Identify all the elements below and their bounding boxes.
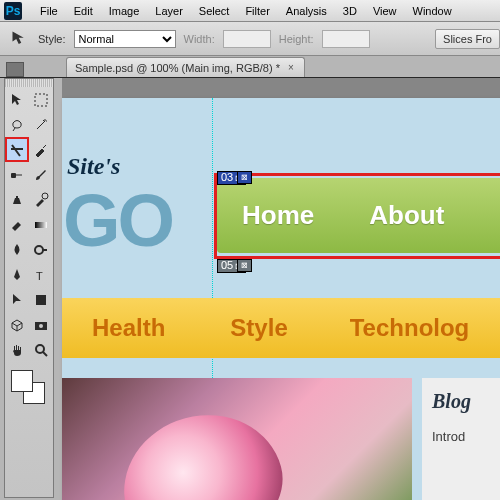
svg-point-8 (39, 324, 43, 328)
svg-rect-0 (35, 94, 47, 106)
crop-tool[interactable] (5, 137, 29, 162)
history-brush-tool[interactable] (29, 187, 53, 212)
slice-badge-05b[interactable]: ⊠ (237, 259, 252, 272)
menu-3d[interactable]: 3D (335, 0, 365, 22)
canvas-area[interactable]: Site's GO Home About 03 ⊠ ⊠ 05 ⊠ ⊠ Healt… (62, 78, 500, 500)
flower-icon (108, 398, 296, 500)
style-select[interactable]: Normal (74, 30, 176, 48)
cat-style: Style (230, 314, 287, 342)
svg-point-9 (36, 345, 44, 353)
sidebar-text: Introd (432, 429, 500, 444)
blur-tool[interactable] (5, 237, 29, 262)
sidebar-panel: Blog Introd (422, 378, 500, 500)
menu-file[interactable]: File (32, 0, 66, 22)
shape-tool[interactable] (29, 287, 53, 312)
width-label: Width: (184, 33, 215, 45)
document-tabs: Sample.psd @ 100% (Main img, RGB/8) * × (0, 56, 500, 78)
cat-technology: Technolog (350, 314, 470, 342)
svg-rect-6 (36, 295, 46, 305)
gradient-tool[interactable] (29, 212, 53, 237)
style-label: Style: (38, 33, 66, 45)
path-selection-tool[interactable] (5, 287, 29, 312)
category-bar: Health Style Technolog (62, 298, 500, 358)
close-icon[interactable]: × (286, 63, 296, 73)
height-input[interactable] (322, 30, 370, 48)
marquee-tool[interactable] (29, 87, 53, 112)
app-logo-icon: Ps (4, 2, 22, 20)
color-swatches[interactable] (9, 368, 49, 408)
dodge-tool[interactable] (29, 237, 53, 262)
svg-text:T: T (36, 270, 43, 282)
slice-select-tool-icon[interactable] (10, 29, 30, 49)
toolbox: T (4, 78, 54, 498)
3d-tool[interactable] (5, 312, 29, 337)
document-tab-title: Sample.psd @ 100% (Main img, RGB/8) * (75, 62, 280, 74)
hand-tool[interactable] (5, 337, 29, 362)
document-page[interactable]: Site's GO Home About 03 ⊠ ⊠ 05 ⊠ ⊠ Healt… (62, 98, 500, 500)
menu-image[interactable]: Image (101, 0, 148, 22)
document-tab[interactable]: Sample.psd @ 100% (Main img, RGB/8) * × (66, 57, 305, 77)
healing-brush-tool[interactable] (5, 162, 29, 187)
clone-stamp-tool[interactable] (5, 187, 29, 212)
menu-layer[interactable]: Layer (147, 0, 191, 22)
camera-tool[interactable] (29, 312, 53, 337)
toolbox-collapse-icon[interactable] (6, 62, 24, 77)
cat-health: Health (92, 314, 165, 342)
lasso-tool[interactable] (5, 112, 29, 137)
move-tool[interactable] (5, 87, 29, 112)
svg-point-4 (35, 246, 43, 254)
options-bar: Style: Normal Width: Height: Slices Fro (0, 22, 500, 56)
zoom-tool[interactable] (29, 337, 53, 362)
sidebar-heading: Blog (432, 390, 500, 413)
menu-view[interactable]: View (365, 0, 405, 22)
slices-from-button[interactable]: Slices Fro (435, 29, 500, 49)
svg-rect-3 (35, 222, 47, 228)
slice-badge-03b[interactable]: ⊠ (237, 171, 252, 184)
toolbox-grip-icon[interactable] (5, 79, 53, 87)
type-tool[interactable]: T (29, 262, 53, 287)
selection-highlight (214, 173, 500, 259)
pen-tool[interactable] (5, 262, 29, 287)
menu-analysis[interactable]: Analysis (278, 0, 335, 22)
menu-bar: Ps File Edit Image Layer Select Filter A… (0, 0, 500, 22)
svg-point-2 (42, 193, 48, 199)
logo-top-text: Site's (67, 153, 120, 180)
workarea: T Site's GO Home About 03 ⊠ ⊠ 05 ⊠ ⊠ (0, 78, 500, 500)
foreground-color-swatch[interactable] (11, 370, 33, 392)
eraser-tool[interactable] (5, 212, 29, 237)
menu-edit[interactable]: Edit (66, 0, 101, 22)
brush-tool[interactable] (29, 162, 53, 187)
width-input[interactable] (223, 30, 271, 48)
magic-wand-tool[interactable] (29, 112, 53, 137)
hero-photo (62, 378, 412, 500)
svg-rect-1 (11, 173, 16, 178)
menu-window[interactable]: Window (405, 0, 460, 22)
menu-select[interactable]: Select (191, 0, 238, 22)
logo-big-text: GO (63, 178, 172, 263)
height-label: Height: (279, 33, 314, 45)
menu-filter[interactable]: Filter (237, 0, 277, 22)
eyedropper-tool[interactable] (29, 137, 53, 162)
